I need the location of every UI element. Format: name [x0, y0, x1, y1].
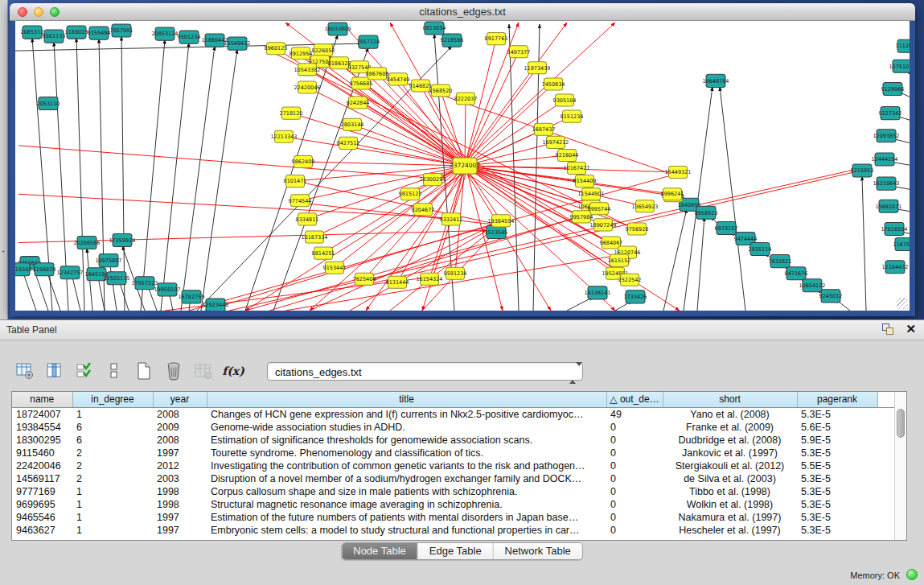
- graph-node[interactable]: 9774544: [289, 195, 312, 207]
- graph-node[interactable]: 1188023: [65, 26, 88, 39]
- function-builder-icon[interactable]: f(x): [223, 360, 244, 381]
- column-visibility-icon[interactable]: [44, 360, 65, 381]
- graph-node[interactable]: 7450834: [542, 78, 565, 90]
- column-header-pagerank[interactable]: pagerank: [797, 392, 877, 407]
- node-table[interactable]: namein_degreeyeartitle△ out_de…shortpage…: [11, 391, 907, 541]
- table-cell[interactable]: Embryonic stem cells: a model to study s…: [207, 524, 606, 537]
- graph-node[interactable]: 1568520: [429, 84, 453, 97]
- table-cell[interactable]: 9463627: [12, 524, 72, 537]
- tab-edge-table[interactable]: Edge Table: [418, 543, 494, 559]
- graph-node[interactable]: 9242844: [347, 97, 370, 109]
- table-cell[interactable]: [877, 459, 894, 472]
- graph-node[interactable]: 9862408: [292, 155, 315, 167]
- table-cell[interactable]: 0: [606, 485, 663, 498]
- delete-table-icon[interactable]: [163, 360, 184, 381]
- graph-node[interactable]: 12093852: [873, 130, 899, 142]
- table-cell[interactable]: [877, 447, 894, 459]
- table-row[interactable]: 2242004622012Investigating the contribut…: [12, 459, 894, 472]
- graph-node[interactable]: 7857224: [357, 35, 380, 48]
- table-cell[interactable]: Hescheler et al. (1997): [663, 524, 797, 537]
- table-cell[interactable]: 18724007: [12, 407, 72, 421]
- graph-node[interactable]: 8222037: [454, 93, 478, 105]
- table-cell[interactable]: Estimation of the future numbers of pati…: [207, 511, 606, 524]
- graph-node[interactable]: 1615152: [608, 254, 631, 266]
- memory-ok-indicator[interactable]: [906, 569, 918, 580]
- graph-node[interactable]: 2867608: [366, 68, 389, 80]
- table-cell[interactable]: 5.3E-5: [797, 524, 877, 537]
- table-cell[interactable]: 2: [72, 459, 153, 472]
- table-cell[interactable]: Franke et al. (2009): [663, 421, 797, 434]
- graph-node[interactable]: 12444154: [871, 153, 897, 166]
- citation-network-graph[interactable]: 2085312950113311880239155494785799120853…: [15, 21, 910, 311]
- table-cell[interactable]: 1998: [153, 498, 207, 511]
- canvas-resize-grip[interactable]: [897, 298, 908, 309]
- graph-node[interactable]: 8151234: [561, 110, 584, 122]
- table-cell[interactable]: [877, 407, 894, 421]
- graph-node[interactable]: 8131444: [386, 276, 409, 288]
- graph-node[interactable]: 8912954: [290, 47, 313, 60]
- graph-node[interactable]: 15692071: [875, 200, 901, 212]
- table-cell[interactable]: 1998: [153, 485, 207, 498]
- graph-node[interactable]: 12342757: [56, 266, 83, 279]
- left-panel-strip[interactable]: ◂: [0, 0, 8, 319]
- column-header-name[interactable]: name: [12, 392, 72, 407]
- table-row[interactable]: 1456911722003Disruption of a novel membe…: [12, 472, 894, 485]
- graph-node[interactable]: 2803144: [341, 118, 364, 130]
- graph-node[interactable]: 8215953: [851, 164, 874, 177]
- table-cell[interactable]: Investigating the contribution of common…: [207, 459, 606, 472]
- graph-node[interactable]: 9155494: [88, 27, 111, 39]
- graph-node[interactable]: 14136141: [584, 286, 610, 299]
- network-canvas[interactable]: 2085312950113311880239155494785799120853…: [15, 21, 910, 311]
- table-cell[interactable]: Estimation of significance thresholds fo…: [207, 434, 606, 447]
- graph-node[interactable]: 9501234: [178, 31, 201, 43]
- column-header-out_de[interactable]: △ out_de…: [606, 392, 663, 407]
- table-cell[interactable]: Wolkin et al. (1998): [663, 498, 797, 511]
- table-cell[interactable]: Nakamura et al. (1997): [663, 511, 797, 524]
- graph-node[interactable]: 8204677: [412, 204, 435, 216]
- table-cell[interactable]: 1997: [153, 447, 207, 459]
- graph-node[interactable]: 7625404: [353, 273, 376, 285]
- table-cell[interactable]: de Silva et al. (2003): [663, 472, 797, 485]
- table-cell[interactable]: 49: [606, 407, 663, 421]
- table-cell[interactable]: 5.3E-5: [797, 447, 877, 459]
- graph-node[interactable]: 1697437: [532, 123, 556, 135]
- table-cell[interactable]: 2: [72, 447, 153, 459]
- graph-node[interactable]: 6979197: [715, 221, 738, 234]
- graph-node[interactable]: 7857991: [110, 24, 133, 37]
- column-header-in_degree[interactable]: in_degree: [72, 392, 153, 407]
- table-cell[interactable]: 2008: [153, 407, 207, 421]
- graph-node[interactable]: 17359924: [109, 233, 135, 246]
- table-cell[interactable]: 0: [606, 498, 663, 511]
- table-cell[interactable]: 0: [606, 421, 663, 434]
- graph-node[interactable]: 5497377: [507, 46, 531, 58]
- graph-node[interactable]: 15549412: [224, 37, 250, 50]
- graph-node[interactable]: 9756928: [626, 223, 649, 235]
- graph-node[interactable]: 18300295: [419, 174, 446, 186]
- graph-node[interactable]: 8454749: [387, 73, 410, 85]
- graph-node[interactable]: 1156829: [33, 263, 56, 276]
- graph-node[interactable]: 8471676: [785, 267, 808, 280]
- graph-node[interactable]: 8814251: [312, 247, 335, 259]
- table-cell[interactable]: Jankovic et al. (1997): [663, 447, 797, 459]
- graph-node[interactable]: 8216044: [556, 149, 579, 161]
- graph-node[interactable]: 7632621: [769, 255, 792, 268]
- graph-node[interactable]: 2085312: [21, 26, 44, 39]
- graph-node[interactable]: 12104432: [881, 261, 908, 274]
- graph-node[interactable]: 9815123: [399, 188, 422, 200]
- table-cell[interactable]: 2008: [153, 434, 207, 447]
- table-scrollbar-thumb[interactable]: [897, 409, 905, 438]
- table-header-row[interactable]: namein_degreeyeartitle△ out_de…shortpage…: [12, 392, 894, 407]
- graph-node[interactable]: 23724007: [450, 158, 480, 174]
- table-cell[interactable]: 5.6E-5: [797, 421, 877, 434]
- graph-node[interactable]: 1733426: [624, 290, 647, 303]
- table-row[interactable]: 977716911998Corpus callosum shape and si…: [12, 485, 894, 498]
- graph-node[interactable]: 15449321: [664, 167, 691, 179]
- table-cell[interactable]: [877, 511, 894, 524]
- graph-node[interactable]: 20853124: [151, 27, 178, 40]
- graph-node[interactable]: 16033809: [324, 23, 351, 35]
- table-cell[interactable]: 9699695: [12, 498, 72, 511]
- graph-node[interactable]: 8334811: [296, 213, 319, 225]
- graph-node[interactable]: 12213343: [270, 130, 297, 142]
- float-panel-icon[interactable]: [881, 323, 894, 336]
- graph-node[interactable]: 16648784: [702, 74, 729, 87]
